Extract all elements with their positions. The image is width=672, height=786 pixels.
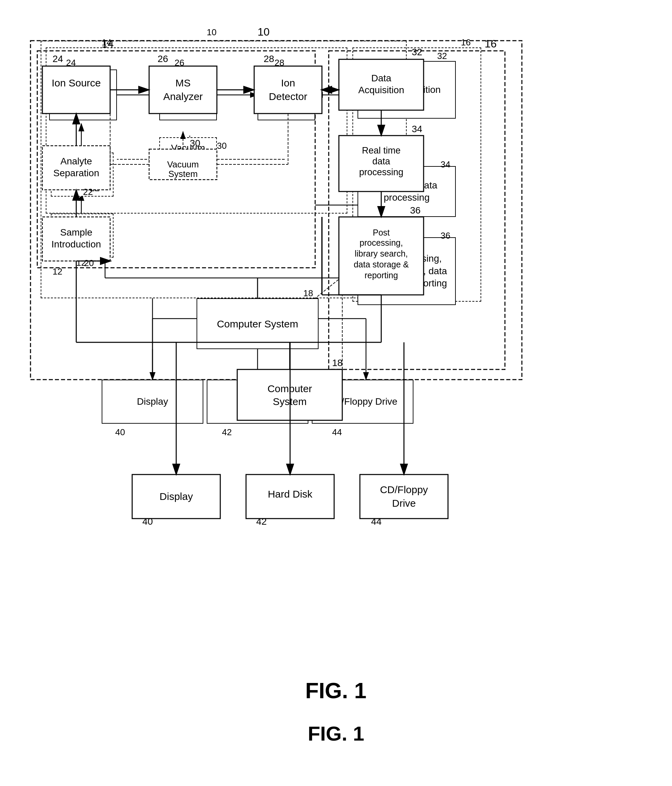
ref-22: 22: [90, 183, 100, 193]
ref-14: 14: [102, 37, 111, 48]
display-box: Display: [102, 380, 203, 424]
ref-18: 18: [303, 288, 313, 299]
vacuum-system-box: Vacuum System: [159, 137, 217, 171]
ref-34: 34: [441, 159, 451, 170]
ref-32: 32: [437, 51, 447, 61]
real-time-box: Real time data processing: [358, 166, 456, 217]
ref-26: 26: [174, 58, 184, 68]
data-acquisition-box: Data Acquisition: [358, 61, 456, 119]
diagram-container: 10 14 16 Ion Source 24 MS Analyzer 26 Io…: [27, 20, 644, 732]
analyte-separation-box: Analyte Separation: [51, 152, 113, 196]
ref-42: 42: [222, 427, 232, 437]
cd-floppy-box: CD/Floppy Drive: [312, 380, 413, 424]
ref-16: 16: [461, 37, 471, 48]
ref-30: 30: [217, 141, 227, 151]
ref-44: 44: [332, 427, 342, 437]
ref-20: 20: [90, 244, 100, 255]
ms-analyzer-box: MS Analyzer: [159, 69, 217, 120]
post-processing-box: Post processing, library search, data st…: [358, 237, 456, 305]
hard-disk-box: Hard Disk: [207, 380, 308, 424]
ref-12: 12: [76, 258, 86, 268]
ref-28: 28: [275, 58, 284, 68]
figure-label: FIG. 1: [308, 722, 364, 745]
ion-detector-box: Ion Detector: [257, 69, 315, 120]
ion-source-box: Ion Source: [49, 69, 117, 120]
computer-system-box: Computer System: [196, 298, 319, 349]
ref-40: 40: [115, 427, 125, 437]
ref-24: 24: [66, 58, 76, 68]
ref-10: 10: [207, 27, 217, 38]
sample-introduction-box: Sample Introduction: [51, 214, 113, 258]
ref-36: 36: [441, 231, 451, 241]
